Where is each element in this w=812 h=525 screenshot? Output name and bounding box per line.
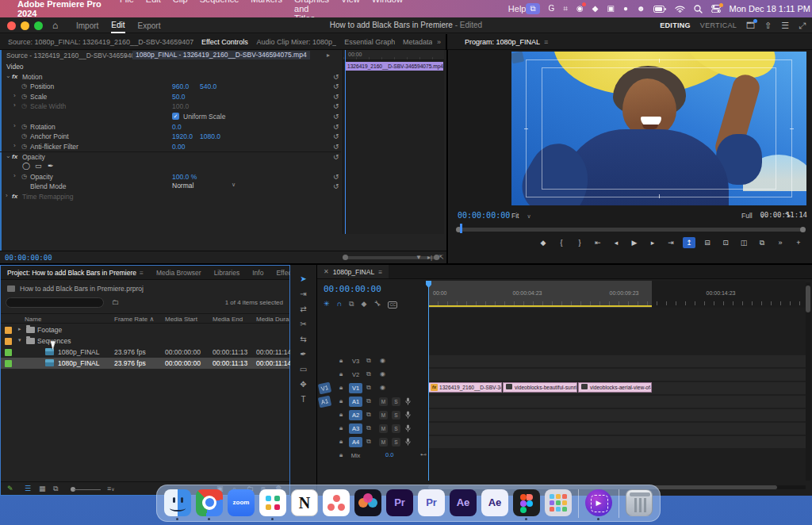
label-swatch[interactable] <box>5 349 12 356</box>
mute-button[interactable]: M <box>379 438 388 446</box>
solo-button[interactable]: S <box>392 411 400 420</box>
dock-trash-icon[interactable] <box>626 488 653 519</box>
track-header-a3[interactable]: 🔒︎A3⧉MS <box>319 423 427 435</box>
sync-lock-icon[interactable]: ⧉ <box>366 357 371 365</box>
breadcrumb[interactable]: How to add Black Bars in Premiere.prproj <box>7 285 144 293</box>
filter-icon[interactable]: ▼ <box>416 254 422 261</box>
project-row-1080p-final[interactable]: 1080p_FINAL23.976 fps00:00:00:0000:00:11… <box>1 347 289 358</box>
stopwatch-icon[interactable]: ◷ <box>21 102 27 109</box>
chevron-right-icon[interactable]: › <box>13 122 16 129</box>
timeline-ruler[interactable]: 00:0000:00:04:2300:00:09:2300:00:14:23 <box>428 281 806 308</box>
tab-metadata[interactable]: Metadata <box>395 38 432 46</box>
step-back-button[interactable]: ◂ <box>610 237 622 248</box>
add-marker-icon[interactable]: ◆ <box>361 300 366 308</box>
stopwatch-icon[interactable]: ◷ <box>21 173 27 180</box>
workspace-vertical[interactable]: VERTICAL <box>700 21 737 29</box>
timeline-v-scrollbar[interactable] <box>806 282 810 481</box>
ripple-edit-tool[interactable]: ⇄ <box>290 301 316 316</box>
mic-icon[interactable] <box>405 397 411 407</box>
ec-mini-timeline[interactable]: 00:00 1326419_2160__D-SBV-346594075.mp4 <box>343 50 444 234</box>
param-value[interactable]: 0.0 <box>172 123 182 131</box>
dock-asana-icon[interactable] <box>323 488 350 519</box>
dock-screen-studio-icon[interactable] <box>585 488 612 519</box>
column-media-end[interactable]: Media End <box>213 316 243 323</box>
selection-tool[interactable]: ➤ <box>290 271 316 286</box>
label-swatch[interactable] <box>5 338 12 345</box>
reset-parameter-icon[interactable]: ↺ <box>333 173 339 181</box>
teams-icon[interactable]: ● <box>623 4 628 13</box>
close-icon[interactable]: ✕ <box>324 268 329 275</box>
ec-playhead[interactable] <box>345 50 346 234</box>
dock-after-effects-beta-icon[interactable]: Ae <box>481 488 508 519</box>
mix-value[interactable]: 0.0 <box>385 451 393 458</box>
play-button[interactable]: ▶ <box>628 237 641 248</box>
tab-media-browser[interactable]: Media Browser <box>150 269 208 277</box>
solo-button[interactable]: S <box>392 438 400 446</box>
reset-parameter-icon[interactable]: ↺ <box>333 153 339 161</box>
play-in-to-out-icon[interactable]: ▸| <box>427 254 432 261</box>
timeline-playhead[interactable] <box>428 281 429 481</box>
lock-icon[interactable]: 🔒︎ <box>339 357 343 365</box>
track-name[interactable]: V3 <box>349 356 362 366</box>
add-marker-button[interactable]: ◆ <box>537 237 550 248</box>
chevron-right-icon[interactable]: › <box>6 192 8 199</box>
dock-after-effects-icon[interactable]: Ae <box>450 488 477 519</box>
project-row-1080p-final[interactable]: 1080p_FINAL23.976 fps00:00:00:0000:00:11… <box>1 358 289 369</box>
mute-button[interactable]: M <box>379 397 388 406</box>
reset-parameter-icon[interactable]: ↺ <box>333 132 339 140</box>
ellipse-mask-icon[interactable]: ◯ <box>22 162 30 170</box>
track-name[interactable]: Mix <box>349 450 362 461</box>
reset-parameter-icon[interactable]: ↺ <box>333 113 339 121</box>
chevron-right-icon[interactable]: › <box>13 172 16 179</box>
button-editor-button[interactable]: + <box>792 237 805 248</box>
reset-parameter-icon[interactable]: ↺ <box>333 102 339 110</box>
dock-figma-icon[interactable] <box>513 488 540 519</box>
grammarly-icon[interactable]: G <box>549 4 555 13</box>
type-tool[interactable]: T <box>290 392 316 407</box>
app-menu-title[interactable]: Adobe Premiere Pro 2024 <box>17 0 109 18</box>
chevron-right-icon[interactable]: ▸ <box>18 326 21 332</box>
multi-camera-button[interactable]: ⧉ <box>756 237 768 248</box>
ec-mini-clip[interactable]: 1326419_2160__D-SBV-346594075.mp4 <box>346 62 443 71</box>
track-name[interactable]: A1 <box>349 397 362 407</box>
lock-icon[interactable]: 🔒︎ <box>339 370 343 378</box>
dock-davinci-resolve-icon[interactable] <box>354 488 381 519</box>
reset-parameter-icon[interactable]: ↺ <box>333 73 339 81</box>
program-playhead[interactable] <box>460 224 462 233</box>
column-media-start[interactable]: Media Start <box>165 316 197 323</box>
track-output-eye-icon[interactable]: ◉ <box>380 357 385 364</box>
tab-project[interactable]: Project: How to add Black Bars in Premie… <box>1 269 150 277</box>
bin-path-icon[interactable]: 🗀︎ <box>112 298 119 306</box>
mute-button[interactable]: M <box>379 424 388 433</box>
reset-parameter-icon[interactable]: ↺ <box>333 82 339 90</box>
sync-lock-icon[interactable]: ⧉ <box>366 411 371 419</box>
go-to-out-button[interactable]: ⇥ <box>665 237 677 248</box>
mute-button[interactable]: M <box>379 411 388 420</box>
list-view-icon[interactable]: ☰ <box>25 485 31 492</box>
lock-icon[interactable]: 🔒︎ <box>339 411 343 419</box>
timeline-timecode[interactable]: 00:00:00:00 <box>324 284 381 294</box>
param-value[interactable]: 960.0 <box>172 82 189 90</box>
mic-icon[interactable] <box>405 411 411 420</box>
comparison-view-button[interactable]: ◫ <box>737 237 750 248</box>
track-select-forward-tool[interactable]: ⇥ <box>290 286 316 301</box>
rectangle-tool[interactable]: ▭ <box>290 362 316 377</box>
wifi-icon[interactable] <box>675 6 685 13</box>
dropbox-icon[interactable]: ◆ <box>592 4 599 13</box>
stopwatch-icon[interactable]: ◷ <box>21 93 27 100</box>
ec-clip-label[interactable]: 1080p_FINAL - 1326419_2160__D-SBV-346594… <box>132 51 310 59</box>
param-value[interactable]: 50.0 <box>172 93 186 101</box>
tab-source[interactable]: Source: 1080p_FINAL: 1326419_2160__D-SBV… <box>0 38 193 46</box>
lift-button[interactable]: ↥ <box>683 237 695 248</box>
snap-icon[interactable]: ∩ <box>337 300 342 308</box>
lock-icon[interactable]: 🔒︎ <box>339 384 343 392</box>
reset-parameter-icon[interactable]: ↺ <box>333 143 339 151</box>
extract-button[interactable]: ⊟ <box>701 237 714 248</box>
stopwatch-icon[interactable]: ◷ <box>21 132 27 140</box>
play-icon[interactable]: ▸ <box>327 52 330 59</box>
stopwatch-icon[interactable]: ◷ <box>21 82 27 90</box>
param-value[interactable]: 0.00 <box>172 143 186 151</box>
track-name[interactable]: A3 <box>349 423 362 434</box>
track-header-a4[interactable]: 🔒︎A4⧉MS <box>319 436 427 448</box>
sync-lock-icon[interactable]: ⧉ <box>366 424 371 432</box>
